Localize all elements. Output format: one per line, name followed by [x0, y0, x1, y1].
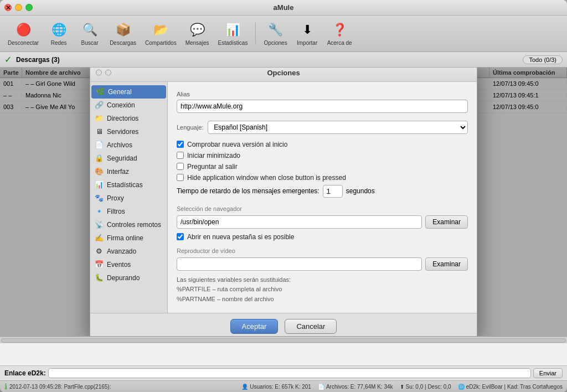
video-section-header: Reproductor de vídeo	[177, 247, 468, 254]
descargas-icon: 📦	[114, 21, 132, 39]
checkbox-close-label: Hide application window when close butto…	[187, 174, 346, 182]
toolbar-btn-acerca[interactable]: ❓ Acerca de	[324, 19, 355, 48]
status-icon: ℹ	[4, 382, 7, 391]
checkbox-version: Comprobar nueva versión al inicio	[177, 141, 468, 148]
sidebar-item-firma[interactable]: ✍ Firma online	[90, 231, 167, 245]
acerca-icon: ❓	[331, 21, 348, 39]
variables-intro: Las siguientes variables serán sustituid…	[177, 275, 468, 285]
sidebar-label-archivos: Archivos	[107, 141, 132, 149]
sidebar-item-filtros[interactable]: 🔹 Filtros	[90, 205, 167, 218]
status-bar: ℹ 2012-07-13 09:45:28: PartFile.cpp(2165…	[0, 380, 567, 392]
sidebar-item-interfaz[interactable]: 🎨 Interfaz	[90, 165, 167, 178]
dialog-min-btn[interactable]	[105, 70, 111, 76]
video-row: Examinar	[177, 257, 468, 271]
toolbar-btn-desconectar[interactable]: 🔴 Desconectar	[4, 19, 42, 48]
time-input[interactable]	[323, 185, 343, 198]
modal-overlay: Opciones 🌿 General 🔗 Conexión	[0, 68, 567, 336]
sidebar-item-general[interactable]: 🌿 General	[91, 85, 166, 99]
sidebar-label-estadisticas: Estadísticas	[107, 181, 143, 189]
toolbar-label-compartidos: Compartidos	[145, 40, 177, 46]
sidebar-item-depurando[interactable]: 🐛 Depurando	[90, 271, 167, 285]
status-ed2k: 🌐 eD2k: EvilBoar | Kad: Tras Cortafuegos	[458, 384, 563, 390]
minimize-button[interactable]	[15, 4, 22, 11]
maximize-button[interactable]	[25, 4, 33, 11]
sidebar-item-avanzado[interactable]: ⚙ Avanzado	[90, 245, 167, 258]
todo-badge: Todo (0/3)	[523, 55, 563, 64]
upload-icon: ⬆	[400, 384, 404, 390]
toolbar-label-descargas: Descargas	[110, 40, 136, 46]
sidebar-label-firma: Firma online	[107, 234, 143, 242]
seguridad-icon: 🔒	[95, 154, 104, 163]
checkbox-browser-tab-input[interactable]	[177, 233, 184, 240]
sidebar-item-eventos[interactable]: 📅 Eventos	[90, 258, 167, 271]
video-path-input[interactable]	[177, 257, 422, 271]
content-area: Parte Nombre de archivo últ Última compr…	[0, 68, 567, 336]
send-button[interactable]: Enviar	[533, 368, 563, 378]
toolbar-btn-compartidos[interactable]: 📂 Compartidos	[142, 19, 180, 48]
alias-input[interactable]	[177, 100, 468, 113]
toolbar-btn-mensajes[interactable]: 💬 Mensajes	[182, 19, 213, 48]
send-row: Enlace eD2k: Enviar	[0, 365, 567, 380]
checkbox-salir: Preguntar al salir	[177, 163, 468, 171]
toolbar-btn-estadisticas[interactable]: 📊 Estadísticas	[214, 19, 251, 48]
toolbar-btn-buscar[interactable]: 🔍 Buscar	[75, 19, 104, 48]
time-label: Tiempo de retardo de los mensajes emerge…	[177, 187, 319, 195]
sidebar-item-seguridad[interactable]: 🔒 Seguridad	[90, 152, 167, 165]
dialog-close-btn[interactable]	[96, 70, 102, 76]
bottom-content	[0, 343, 567, 365]
sidebar-label-conexion: Conexión	[107, 101, 135, 109]
eventos-icon: 📅	[95, 260, 104, 269]
sidebar-item-conexion[interactable]: 🔗 Conexión	[90, 99, 167, 112]
checkbox-close-input[interactable]	[177, 174, 184, 181]
toolbar-btn-importar[interactable]: ⬇ Importar	[293, 19, 322, 48]
checkbox-version-input[interactable]	[177, 141, 184, 148]
browser-section-header: Selección de navegador	[177, 205, 468, 212]
toolbar-separator	[255, 23, 256, 45]
ed2k-label: Enlace eD2k:	[4, 369, 46, 377]
sidebar-label-controles: Controles remotos	[107, 221, 161, 229]
browser-browse-button[interactable]: Examinar	[425, 215, 468, 229]
sidebar-label-interfaz: Interfaz	[107, 168, 129, 176]
time-row: Tiempo de retardo de los mensajes emerge…	[177, 185, 468, 198]
ed2k-icon: 🌐	[458, 384, 465, 390]
sidebar-label-general: General	[108, 88, 132, 96]
dialog-title: Opciones	[267, 69, 300, 77]
main-window: ✕ aMule 🔴 Desconectar 🌐 Redes 🔍 Buscar 📦…	[0, 0, 567, 392]
checkbox-salir-input[interactable]	[177, 163, 184, 170]
toolbar-label-importar: Importar	[297, 40, 317, 46]
sidebar-item-archivos[interactable]: 📄 Archivos	[90, 138, 167, 152]
status-archivos: 📄 Archivos: E: 77,64M K: 34k	[318, 384, 393, 390]
window-title: aMule	[274, 3, 294, 12]
sidebar-item-servidores[interactable]: 🖥 Servidores	[90, 125, 167, 138]
archivos-icon: 📄	[318, 384, 324, 390]
toolbar-btn-descargas[interactable]: 📦 Descargas	[106, 19, 140, 48]
time-unit: segundos	[346, 187, 375, 195]
toolbar-label-estadisticas: Estadísticas	[218, 40, 248, 46]
scrollbar-track[interactable]	[1, 338, 566, 343]
browser-path-input[interactable]	[177, 215, 422, 229]
video-browse-button[interactable]: Examinar	[425, 257, 468, 271]
checkbox-minimized-input[interactable]	[177, 152, 184, 159]
close-button[interactable]: ✕	[4, 4, 12, 11]
status-info: 👤 Usuarios: E: 657k K: 201 📄 Archivos: E…	[241, 384, 563, 390]
dialog-window-buttons	[96, 70, 111, 76]
accept-button[interactable]: Aceptar	[230, 319, 279, 334]
cancel-button[interactable]: Cancelar	[285, 319, 337, 334]
language-label: Lenguaje:	[177, 124, 203, 131]
sidebar-item-controles[interactable]: 📡 Controles remotos	[90, 218, 167, 231]
checkbox-browser-tab: Abrir en nueva pestaña si es posible	[177, 233, 468, 241]
check-icon: ✓	[4, 54, 12, 65]
toolbar-btn-opciones[interactable]: 🔧 Opciones	[260, 19, 290, 48]
language-select[interactable]: Español [Spanish]	[208, 121, 468, 134]
toolbar-label-redes: Redes	[51, 40, 67, 46]
sidebar-item-proxy[interactable]: 🐾 Proxy	[90, 192, 167, 205]
archivos-icon: 📄	[95, 141, 104, 149]
toolbar-btn-redes[interactable]: 🌐 Redes	[44, 19, 73, 48]
scrollbar-h[interactable]	[0, 337, 567, 343]
sidebar-item-directorios[interactable]: 📁 Directorios	[90, 112, 167, 125]
depurando-icon: 🐛	[95, 274, 104, 282]
sidebar-item-estadisticas[interactable]: 📊 Estadísticas	[90, 178, 167, 192]
dialog-body: 🌿 General 🔗 Conexión 📁 Directorios	[90, 82, 477, 313]
interfaz-icon: 🎨	[95, 167, 104, 176]
send-input[interactable]	[48, 368, 531, 378]
